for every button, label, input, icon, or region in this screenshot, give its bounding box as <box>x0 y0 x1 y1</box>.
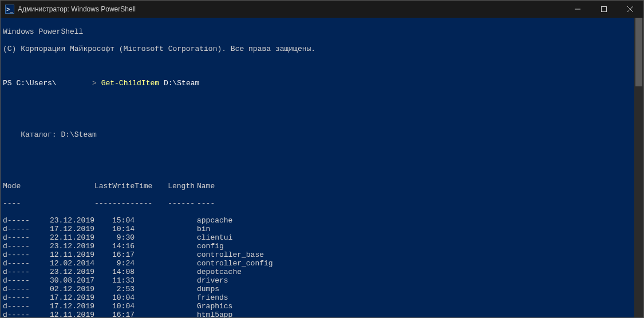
cell-date: 30.08.2017 <box>31 276 94 285</box>
cell-time: 10:04 <box>94 293 135 302</box>
prompt-path: C:\Users\ <box>16 79 56 88</box>
prompt-ps: PS <box>3 79 16 88</box>
cell-time: 10:14 <box>94 225 135 233</box>
banner-line: Windows PowerShell <box>3 27 632 36</box>
cell-name: friends <box>195 293 228 302</box>
cell-date: 12.11.2019 <box>31 311 94 317</box>
titlebar[interactable]: >_ Администратор: Windows PowerShell <box>1 1 643 18</box>
prompt-line: PS C:\Users\ > Get-ChildItem D:\Steam <box>3 79 632 88</box>
cell-name: depotcache <box>195 268 242 276</box>
cell-length <box>135 225 195 233</box>
cell-mode: d----- <box>3 311 31 317</box>
col-lastwrite-tail: LastWriteTime <box>94 182 135 190</box>
cell-time: 2:53 <box>94 285 135 293</box>
cell-name: appcache <box>195 216 232 225</box>
cell-time: 16:17 <box>94 251 135 259</box>
cell-date: 22.11.2019 <box>31 233 94 242</box>
banner-line: (C) Корпорация Майкрософт (Microsoft Cor… <box>3 45 632 53</box>
cell-length <box>135 233 195 242</box>
cell-name: bin <box>195 225 210 233</box>
window-controls <box>564 1 643 18</box>
listing-row: d-----23.12.201915:04appcache <box>3 216 632 225</box>
cell-date: 02.12.2019 <box>31 285 94 293</box>
command: Get-ChildItem <box>101 79 164 88</box>
listing-row: d-----12.02.20149:24controller_config <box>3 259 632 268</box>
cell-date: 23.12.2019 <box>31 216 94 225</box>
cell-name: clientui <box>195 233 232 242</box>
console-output[interactable]: Windows PowerShell (C) Корпорация Майкро… <box>1 18 634 317</box>
cell-date: 17.12.2019 <box>31 302 94 311</box>
cell-mode: d----- <box>3 225 31 233</box>
cell-length <box>135 285 195 293</box>
scrollbar-thumb[interactable] <box>635 18 642 86</box>
cell-name: Graphics <box>195 302 232 311</box>
close-button[interactable] <box>617 1 643 18</box>
maximize-button[interactable] <box>591 1 617 18</box>
minimize-icon <box>575 6 580 12</box>
blank-line <box>3 148 632 156</box>
cell-time: 11:33 <box>94 276 135 285</box>
cell-length <box>135 268 195 276</box>
cell-time: 15:04 <box>94 216 135 225</box>
cell-date: 12.11.2019 <box>31 251 94 259</box>
close-icon <box>627 6 633 12</box>
prompt-gt: > <box>92 79 101 88</box>
cell-date: 23.12.2019 <box>31 268 94 276</box>
blank-line <box>3 113 632 122</box>
col-lastwrite <box>31 182 94 190</box>
cell-length <box>135 259 195 268</box>
cell-mode: d----- <box>3 276 31 285</box>
cell-name: drivers <box>195 276 228 285</box>
cell-length <box>135 302 195 311</box>
listing-row: d-----17.12.201910:04Graphics <box>3 302 632 311</box>
cell-name: dumps <box>195 285 219 293</box>
window-title: Администратор: Windows PowerShell <box>18 5 564 13</box>
cell-name: controller_base <box>195 251 264 259</box>
column-headers: ModeLastWriteTimeLengthName <box>3 182 632 190</box>
listing-row: d-----22.11.20199:30clientui <box>3 233 632 242</box>
blank-line <box>3 96 632 105</box>
blank-line <box>3 62 632 70</box>
cell-date: 17.12.2019 <box>31 293 94 302</box>
column-underline: --------------------------- <box>3 199 632 208</box>
vertical-scrollbar[interactable] <box>634 18 643 317</box>
command-arg: D:\Steam <box>164 79 199 88</box>
cell-name: controller_config <box>195 259 273 268</box>
cell-mode: d----- <box>3 259 31 268</box>
cell-length <box>135 293 195 302</box>
listing-row: d-----23.12.201914:16config <box>3 242 632 251</box>
listing-row: d-----23.12.201914:08depotcache <box>3 268 632 276</box>
col-name: Name <box>195 182 215 190</box>
powershell-icon: >_ <box>5 5 14 14</box>
cell-mode: d----- <box>3 285 31 293</box>
cell-date: 17.12.2019 <box>31 225 94 233</box>
cell-length <box>135 276 195 285</box>
cell-mode: d----- <box>3 216 31 225</box>
listing-row: d-----12.11.201916:17controller_base <box>3 251 632 259</box>
svg-rect-1 <box>602 7 607 12</box>
cell-time: 9:24 <box>94 259 135 268</box>
cell-date: 12.02.2014 <box>31 259 94 268</box>
cell-length <box>135 251 195 259</box>
cell-mode: d----- <box>3 251 31 259</box>
cell-time: 10:04 <box>94 302 135 311</box>
cell-name: html5app <box>195 311 232 317</box>
listing-row: d-----30.08.201711:33drivers <box>3 276 632 285</box>
cell-mode: d----- <box>3 302 31 311</box>
listing-rows: d-----23.12.201915:04appcached-----17.12… <box>3 216 632 317</box>
catalog-line: Каталог: D:\Steam <box>3 130 632 139</box>
listing-row: d-----17.12.201910:04friends <box>3 293 632 302</box>
cell-length <box>135 311 195 317</box>
powershell-window: >_ Администратор: Windows PowerShell Win… <box>0 0 644 318</box>
cell-mode: d----- <box>3 242 31 251</box>
listing-row: d-----02.12.20192:53dumps <box>3 285 632 293</box>
cell-time: 16:17 <box>94 311 135 317</box>
cell-time: 14:08 <box>94 268 135 276</box>
blank-line <box>3 165 632 173</box>
cell-time: 14:16 <box>94 242 135 251</box>
cell-mode: d----- <box>3 268 31 276</box>
minimize-button[interactable] <box>564 1 591 18</box>
col-mode: Mode <box>3 182 31 190</box>
console-area: Windows PowerShell (C) Корпорация Майкро… <box>1 18 643 317</box>
maximize-icon <box>601 6 607 12</box>
